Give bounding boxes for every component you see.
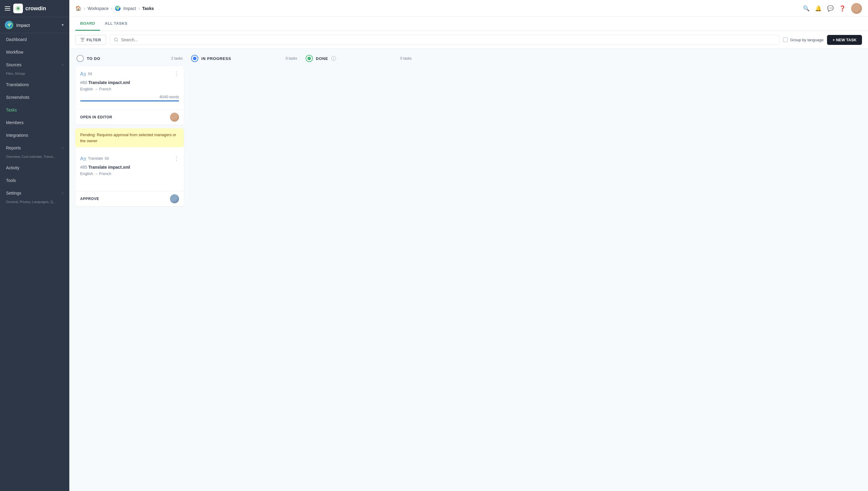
- sidebar-item-label-members: Members: [6, 120, 24, 125]
- help-icon[interactable]: ❓: [839, 5, 846, 12]
- card-85-footer: APPROVE: [75, 191, 184, 206]
- sidebar-item-sub-settings: General, Privacy, Languages, Q...: [0, 199, 69, 207]
- card-85-avatar: [170, 194, 179, 203]
- project-selector[interactable]: 🌍 Impact ▼: [0, 17, 69, 33]
- tab-all-tasks[interactable]: ALL TASKS: [100, 17, 132, 31]
- group-by-language[interactable]: Group by language: [783, 37, 824, 42]
- tab-board[interactable]: BOARD: [75, 17, 100, 31]
- card-85-top: A 文 Translate 0d ⋮: [80, 155, 179, 162]
- column-inprogress: IN PROGRESS 0 tasks: [190, 55, 298, 66]
- breadcrumb-project[interactable]: Impact: [123, 6, 136, 11]
- search-icon[interactable]: 🔍: [803, 5, 810, 12]
- card-85-number: #85: [80, 165, 88, 170]
- sidebar-item-workflow[interactable]: Workflow: [0, 46, 69, 58]
- card-60-progress-bar: [80, 100, 179, 102]
- sidebar-item-settings[interactable]: Settings›: [0, 187, 69, 199]
- svg-point-1: [17, 7, 19, 9]
- sidebar-item-integrations[interactable]: Integrations: [0, 129, 69, 142]
- sidebar-item-label-screenshots: Screenshots: [6, 95, 30, 100]
- new-task-button[interactable]: + NEW TASK: [827, 35, 862, 45]
- card-60-type: A 文 0d: [80, 71, 92, 77]
- breadcrumb-workspace[interactable]: Workspace: [88, 6, 109, 11]
- chevron-right-icon: ›: [62, 146, 63, 150]
- card-60-days: 0d: [88, 72, 92, 76]
- sidebar-item-members[interactable]: Members: [0, 116, 69, 129]
- filter-button[interactable]: FILTER: [75, 35, 106, 45]
- home-icon[interactable]: 🏠: [75, 5, 81, 11]
- sidebar-item-label-reports: Reports: [6, 145, 21, 150]
- chat-icon[interactable]: 💬: [827, 5, 834, 12]
- sidebar-item-translations[interactable]: Translations: [0, 78, 69, 91]
- chevron-right-icon: ›: [62, 191, 63, 195]
- card-60-footer: OPEN IN EDITOR: [75, 109, 184, 125]
- inprogress-circle-icon: [191, 55, 198, 62]
- sidebar-item-sources[interactable]: Sources›: [0, 58, 69, 71]
- sidebar-item-screenshots[interactable]: Screenshots: [0, 91, 69, 104]
- card-60-progress-fill: [80, 100, 179, 102]
- sidebar-item-tasks[interactable]: Tasks: [0, 104, 69, 116]
- done-title: DONE: [316, 56, 328, 61]
- main-content: 🏠 › Workspace › 🌍 Impact › Tasks 🔍 🔔 💬 ❓…: [69, 0, 868, 491]
- todo-count: 2 tasks: [171, 56, 183, 61]
- card-60-avatar: [170, 113, 179, 122]
- card-60-lang-from: English: [80, 87, 93, 91]
- new-task-label: + NEW TASK: [833, 38, 857, 42]
- bell-icon[interactable]: 🔔: [815, 5, 821, 12]
- card-60-lang-to: French: [99, 87, 111, 91]
- done-count: 0 tasks: [400, 56, 412, 61]
- topbar-right: 🔍 🔔 💬 ❓: [803, 3, 862, 14]
- column-done-header: DONE i 0 tasks: [304, 55, 413, 62]
- search-input[interactable]: [121, 37, 775, 42]
- inprogress-title: IN PROGRESS: [201, 56, 231, 61]
- card-85-lang-to: French: [99, 171, 111, 176]
- nav-items: DashboardWorkflowSources›Files, StringsT…: [0, 33, 69, 207]
- todo-title: TO DO: [87, 56, 101, 61]
- breadcrumb-sep-2: ›: [111, 6, 112, 11]
- card-60-action[interactable]: OPEN IN EDITOR: [80, 115, 112, 119]
- topbar: 🏠 › Workspace › 🌍 Impact › Tasks 🔍 🔔 💬 ❓: [69, 0, 868, 17]
- svg-text:文: 文: [83, 72, 86, 77]
- translate-icon: A 文: [80, 71, 86, 77]
- sidebar-item-label-dashboard: Dashboard: [6, 37, 27, 42]
- logo-area: crowdin: [13, 4, 46, 13]
- card-85-menu[interactable]: ⋮: [174, 155, 179, 162]
- inprogress-count: 0 tasks: [286, 56, 297, 61]
- card-85-title: #85 Translate impact.xml: [80, 165, 179, 170]
- translate-icon-85: A 文: [80, 155, 86, 162]
- hamburger-menu-icon[interactable]: [5, 6, 10, 10]
- card-85-arrow: →: [94, 171, 99, 176]
- user-avatar[interactable]: [851, 3, 862, 14]
- card-60-title: #60 Translate impact.xml: [80, 80, 179, 85]
- sidebar-item-label-tools: Tools: [6, 178, 16, 183]
- sidebar-item-label-activity: Activity: [6, 165, 19, 170]
- card-85-action[interactable]: APPROVE: [80, 197, 99, 201]
- sidebar: crowdin 🌍 Impact ▼ DashboardWorkflowSour…: [0, 0, 69, 491]
- card-60-menu[interactable]: ⋮: [174, 70, 179, 77]
- group-lang-checkbox[interactable]: [783, 37, 788, 42]
- card-60-inner: A 文 0d ⋮ #60 Translate impact.xml Englis: [75, 66, 184, 109]
- card-85-type: A 文 Translate 0d: [80, 155, 109, 162]
- sidebar-item-sub-reports: Overview, Cost estimate, Transl...: [0, 154, 69, 162]
- svg-text:文: 文: [83, 157, 86, 161]
- crowdin-logo-icon: [13, 4, 23, 13]
- sidebar-item-activity[interactable]: Activity: [0, 162, 69, 174]
- done-info-icon[interactable]: i: [331, 56, 336, 61]
- sidebar-item-dashboard[interactable]: Dashboard: [0, 33, 69, 46]
- column-inprogress-left: IN PROGRESS: [191, 55, 231, 62]
- toolbar: FILTER Group by language + NEW TASK: [69, 31, 868, 49]
- column-todo: TO DO 2 tasks A 文 0d: [75, 55, 184, 210]
- card-60-top: A 文 0d ⋮: [80, 70, 179, 77]
- done-circle-icon: [306, 55, 313, 62]
- chevron-right-icon: ›: [62, 63, 63, 67]
- logo-text: crowdin: [25, 5, 46, 12]
- sidebar-item-label-integrations: Integrations: [6, 133, 28, 138]
- column-todo-header: TO DO 2 tasks: [75, 55, 184, 62]
- filter-label: FILTER: [86, 38, 101, 42]
- search-icon-bar: [114, 37, 118, 42]
- column-todo-left: TO DO: [77, 55, 101, 62]
- sidebar-item-tools[interactable]: Tools: [0, 174, 69, 187]
- board: TO DO 2 tasks A 文 0d: [69, 49, 868, 491]
- filter-icon: [81, 38, 85, 42]
- sidebar-item-reports[interactable]: Reports›: [0, 142, 69, 154]
- sidebar-item-label-sources: Sources: [6, 62, 21, 67]
